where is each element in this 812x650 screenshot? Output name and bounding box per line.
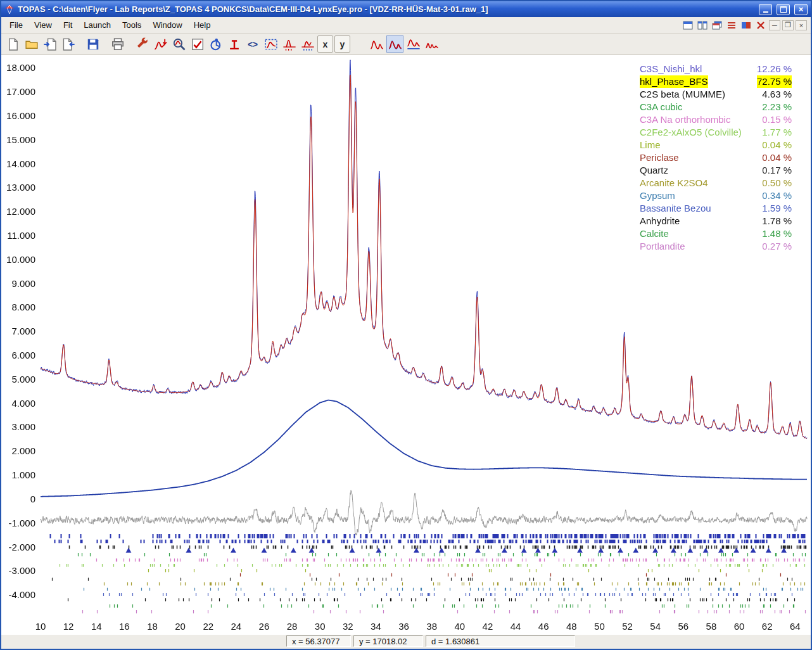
legend-phase-name: Gypsum [640,189,675,202]
legend-row[interactable]: Lime0.04 % [640,139,792,151]
legend-phase-value: 0.50 % [762,177,792,189]
cursor-x-readout: x = 56.37077 [286,635,351,647]
insert-peak-button[interactable] [152,35,169,53]
diffraction-chart-area: C3S_Nishi_hkl12.26 %hkl_Phase_BFS72.75 %… [1,55,811,633]
x-axis-mode-button[interactable]: x [317,35,333,53]
child-minimize-button[interactable]: ─ [769,20,780,30]
tools-wrench-button[interactable] [134,35,151,53]
title-bar: TOPAS - C:\daten\Flyer - Lab Reports\Z_T… [1,1,811,17]
peak-marks-button[interactable] [281,35,298,53]
text-editor-button[interactable]: <> [244,35,261,53]
fit-report-button[interactable] [189,35,206,53]
menu-launch[interactable]: Launch [78,18,117,32]
close-pattern-icon[interactable] [754,20,767,31]
new-window-icon[interactable] [682,20,694,31]
view-markers-button[interactable] [423,35,440,53]
peak-marks-alt-button[interactable] [299,35,316,53]
legend-phase-value: 1.78 % [762,215,792,227]
new-file-button[interactable] [4,35,22,53]
zoom-peaks-button[interactable] [170,35,187,53]
phase-legend: C3S_Nishi_hkl12.26 %hkl_Phase_BFS72.75 %… [640,63,792,253]
view-calc-button[interactable] [368,35,385,53]
legend-phase-value: 1.48 % [762,227,792,240]
toolbar: <> x y [1,34,811,55]
child-close-button[interactable]: × [796,20,807,30]
minimize-button[interactable] [759,4,772,15]
select-range-button[interactable] [262,35,279,53]
legend-phase-value: 0.17 % [762,164,792,177]
legend-phase-name: Arcanite K2SO4 [640,177,708,189]
menu-tools[interactable]: Tools [117,18,147,32]
legend-phase-value: 0.04 % [762,139,792,151]
legend-phase-name: Periclase [640,151,679,164]
cursor-y-readout: y = 17018.02 [353,635,423,647]
save-button[interactable] [84,35,101,53]
view-obs-calc-button[interactable] [386,35,403,53]
cascade-windows-icon[interactable] [711,20,723,31]
legend-phase-value: 0.27 % [762,240,792,253]
arrange-lines-icon[interactable] [725,20,738,31]
child-restore-button[interactable]: ❐ [782,20,794,30]
cursor-d-readout: d = 1.630861 [426,635,575,647]
legend-row[interactable]: Bassanite Bezou1.59 % [640,202,792,215]
menu-help[interactable]: Help [188,18,217,32]
legend-phase-value: 0.34 % [762,189,792,202]
legend-row[interactable]: Arcanite K2SO40.50 % [640,177,792,189]
status-bar: x = 56.37077 y = 17018.02 d = 1.630861 [1,633,811,649]
legend-phase-name: C2S beta (MUMME) [640,88,725,101]
menu-window[interactable]: Window [147,18,187,32]
legend-phase-name: Lime [640,139,661,151]
menu-view[interactable]: View [29,18,58,32]
menu-fit[interactable]: Fit [58,18,78,32]
legend-row[interactable]: hkl_Phase_BFS72.75 % [640,75,792,88]
legend-phase-value: 0.04 % [762,151,792,164]
legend-row[interactable]: C2S beta (MUMME)4.63 % [640,88,792,101]
import-range-button[interactable] [60,35,77,53]
topas-window: TOPAS - C:\daten\Flyer - Lab Reports\Z_T… [0,0,812,650]
tile-windows-icon[interactable] [696,20,709,31]
legend-phase-name: C3A cubic [640,101,683,113]
import-data-button[interactable] [41,35,58,53]
print-button[interactable] [109,35,126,53]
legend-phase-name: C3S_Nishi_hkl [640,63,702,75]
legend-row[interactable]: C3S_Nishi_hkl12.26 % [640,63,792,75]
legend-row[interactable]: Quartz0.17 % [640,164,792,177]
legend-phase-name: Bassanite Bezou [640,202,711,215]
svg-text:<>: <> [247,39,257,49]
mdi-controls: ─ ❐ × [682,20,811,31]
legend-row[interactable]: Portlandite0.27 % [640,240,792,253]
legend-phase-name: Anhydrite [640,215,680,227]
legend-phase-name: C2Fe2-xAlxO5 (Colville) [640,126,742,139]
peak-base-button[interactable] [225,35,243,53]
legend-phase-value: 1.59 % [762,202,792,215]
legend-phase-name: hkl_Phase_BFS [640,75,708,88]
menu-bar: File View Fit Launch Tools Window Help [1,17,811,34]
open-file-button[interactable] [23,35,40,53]
restore-button[interactable] [777,4,790,15]
legend-phase-name: Calcite [640,227,669,240]
legend-row[interactable]: Gypsum0.34 % [640,189,792,202]
legend-phase-value: 72.75 % [757,75,792,88]
legend-phase-name: Quartz [640,164,668,177]
topas-logo-icon [4,4,15,15]
menu-file[interactable]: File [4,18,29,32]
legend-phase-name: Portlandite [640,240,685,253]
run-refinement-button[interactable] [207,35,224,53]
legend-row[interactable]: C3A Na orthorhombic0.15 % [640,113,792,126]
legend-phase-name: C3A Na orthorhombic [640,113,730,126]
window-title: TOPAS - C:\daten\Flyer - Lab Reports\Z_T… [18,4,754,14]
close-button[interactable]: × [794,4,808,15]
legend-row[interactable]: C2Fe2-xAlxO5 (Colville)1.77 % [640,126,792,139]
legend-row[interactable]: C3A cubic2.23 % [640,101,792,113]
legend-row[interactable]: Periclase0.04 % [640,151,792,164]
view-difference-button[interactable] [405,35,422,53]
split-view-icon[interactable] [740,20,752,31]
legend-phase-value: 2.23 % [762,101,792,113]
legend-phase-value: 0.15 % [762,113,792,126]
legend-phase-value: 4.63 % [762,88,792,101]
legend-phase-value: 12.26 % [757,63,792,75]
legend-row[interactable]: Calcite1.48 % [640,227,792,240]
legend-row[interactable]: Anhydrite1.78 % [640,215,792,227]
legend-phase-value: 1.77 % [762,126,792,139]
y-axis-mode-button[interactable]: y [334,35,350,53]
